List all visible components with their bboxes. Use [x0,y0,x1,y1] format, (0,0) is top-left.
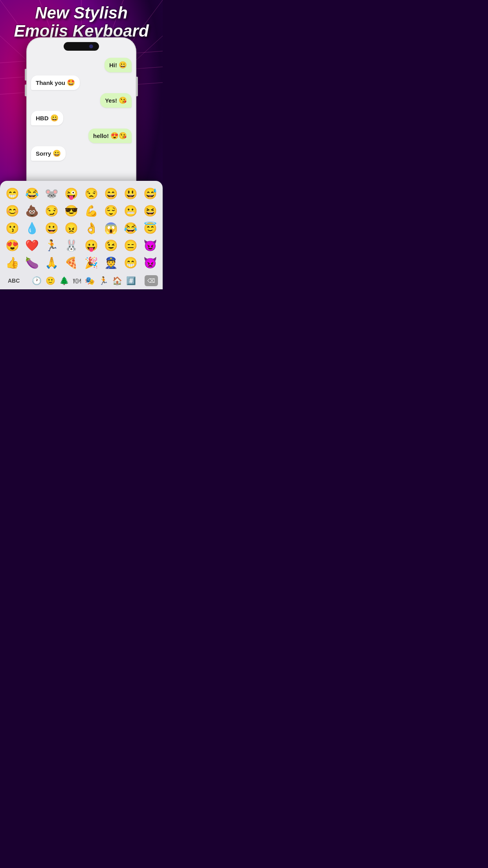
symbol-icon[interactable]: #️⃣ [126,276,136,285]
title-area: New Stylish Emojis Keyboard [0,4,163,40]
message-sorry-text: Sorry [36,150,51,157]
emoji-23[interactable]: 😇 [141,220,160,236]
emoji-31[interactable]: 😈 [141,237,160,253]
emoji-17[interactable]: 💧 [23,220,41,236]
emoji-19[interactable]: 😠 [62,220,81,236]
emoji-keyboard: 😁😂🐭😜😒😄😃😅😊💩😏😎💪😌😬😆😗💧😀😠👌😱😂😇😍❤️🏃🐰😛😉😑😈👍🍆🙏🍕🎉👮😁… [0,181,163,289]
emoji-29[interactable]: 😉 [102,237,120,253]
emoji-grid: 😁😂🐭😜😒😄😃😅😊💩😏😎💪😌😬😆😗💧😀😠👌😱😂😇😍❤️🏃🐰😛😉😑😈👍🍆🙏🍕🎉👮😁… [3,186,160,270]
message-hello-text: hello! [93,132,109,139]
message-thankyou: Thank you 🤩 [31,75,80,90]
emoji-32[interactable]: 👍 [3,255,21,270]
emoji-33[interactable]: 🍆 [23,255,41,270]
message-hbd-emoji: 😀 [50,114,59,122]
emoji-30[interactable]: 😑 [122,237,140,253]
emoji-13[interactable]: 😌 [102,203,120,219]
emoji-4[interactable]: 😒 [82,186,100,201]
emoji-27[interactable]: 🐰 [62,237,81,253]
keyboard-bottom-bar: ABC 🕐 🙂 🌲 🍽 🎭 🏃 🏠 #️⃣ ⌫ [3,274,160,286]
emoji-16[interactable]: 😗 [3,220,21,236]
food-icon[interactable]: 🍽 [73,276,81,285]
emoji-12[interactable]: 💪 [82,203,100,219]
emoji-8[interactable]: 😊 [3,203,21,219]
message-hi-text: Hi! [109,62,117,68]
tree-icon[interactable]: 🌲 [59,276,69,285]
emoji-24[interactable]: 😍 [3,237,21,253]
message-sorry-emoji: 😀 [53,149,61,158]
emoji-18[interactable]: 😀 [43,220,61,236]
message-thankyou-emoji: 🤩 [67,79,75,87]
emoji-35[interactable]: 🍕 [62,255,81,270]
abc-button[interactable]: ABC [5,276,23,285]
emoji-1[interactable]: 😂 [23,186,41,201]
emoji-15[interactable]: 😆 [141,203,160,219]
message-hi: Hi! 😀 [105,58,132,72]
emoji-34[interactable]: 🙏 [43,255,61,270]
person-icon[interactable]: 🏃 [99,276,108,285]
delete-button[interactable]: ⌫ [145,275,158,286]
emoji-39[interactable]: 👿 [141,255,160,270]
message-yes: Yes! 😘 [100,93,132,108]
emoji-22[interactable]: 😂 [122,220,140,236]
phone-camera [89,44,93,48]
message-hbd: HBD 😀 [31,111,63,125]
emoji-6[interactable]: 😃 [122,186,140,201]
phone-volume-up [25,69,26,81]
emoji-0[interactable]: 😁 [3,186,21,201]
emoji-2[interactable]: 🐭 [43,186,61,201]
emoji-10[interactable]: 😏 [43,203,61,219]
message-sorry: Sorry 😀 [31,146,66,161]
message-hi-emoji: 😀 [119,61,127,69]
emoji-38[interactable]: 😁 [122,255,140,270]
emoji-20[interactable]: 👌 [82,220,100,236]
phone-volume-down [25,85,26,96]
emoji-21[interactable]: 😱 [102,220,120,236]
clock-icon[interactable]: 🕐 [32,276,42,285]
message-yes-emoji: 😘 [119,96,127,105]
message-thankyou-text: Thank you [36,79,65,86]
emoji-25[interactable]: ❤️ [23,237,41,253]
activity-icon[interactable]: 🎭 [85,276,95,285]
keyboard-icons: 🕐 🙂 🌲 🍽 🎭 🏃 🏠 #️⃣ [32,276,136,285]
emoji-3[interactable]: 😜 [62,186,81,201]
emoji-9[interactable]: 💩 [23,203,41,219]
emoji-26[interactable]: 🏃 [43,237,61,253]
phone-power-button [136,77,138,96]
smiley-icon[interactable]: 🙂 [46,276,55,285]
phone-notch [64,42,99,51]
emoji-11[interactable]: 😎 [62,203,81,219]
emoji-36[interactable]: 🎉 [82,255,100,270]
emoji-14[interactable]: 😬 [122,203,140,219]
object-icon[interactable]: 🏠 [112,276,122,285]
message-yes-text: Yes! [105,97,117,104]
message-hello: hello! 😍😘 [88,129,132,143]
emoji-28[interactable]: 😛 [82,237,100,253]
emoji-37[interactable]: 👮 [102,255,120,270]
emoji-5[interactable]: 😄 [102,186,120,201]
message-hbd-text: HBD [36,115,49,121]
emoji-7[interactable]: 😅 [141,186,160,201]
message-hello-emoji: 😍😘 [110,132,127,140]
app-title-line1: New Stylish [8,4,155,22]
